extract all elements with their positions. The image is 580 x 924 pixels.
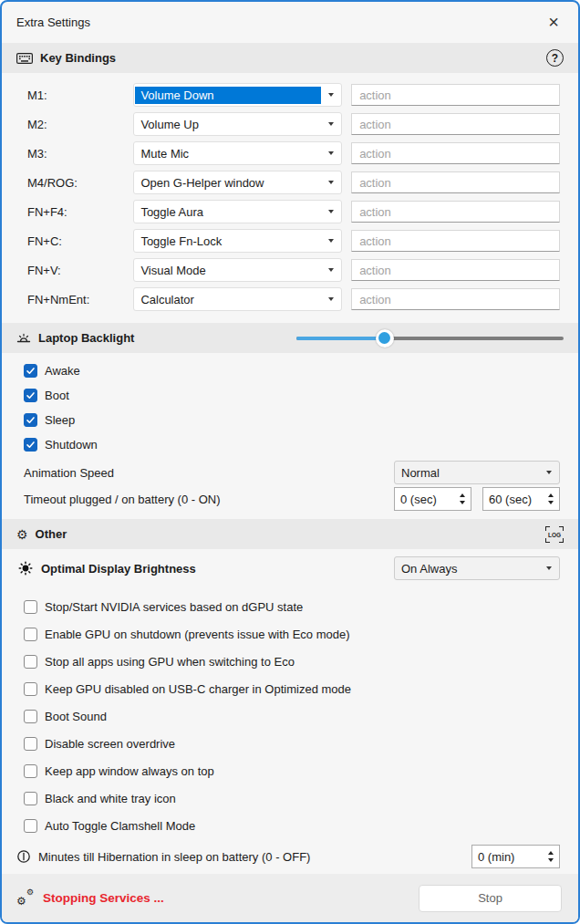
stop-button[interactable]: Stop: [419, 885, 562, 912]
close-icon[interactable]: ×: [538, 7, 569, 38]
checkbox-label: Sleep: [45, 413, 75, 427]
key-binding-row: FN+C: Toggle Fn-Lock: [27, 226, 560, 255]
key-binding-dropdown[interactable]: Toggle Fn-Lock: [133, 229, 342, 253]
key-binding-action-input[interactable]: [351, 288, 560, 310]
checkmark-icon: [26, 366, 36, 376]
hibernation-value[interactable]: 0 (min): [472, 850, 544, 864]
animation-speed-dropdown[interactable]: Normal: [394, 461, 560, 484]
checkbox-row: Disable screen overdrive: [24, 730, 578, 757]
key-binding-dropdown[interactable]: Toggle Aura: [133, 200, 342, 223]
brightness-label: Optimal Display Brightness: [41, 562, 196, 576]
checkbox[interactable]: [24, 737, 37, 751]
key-binding-dropdown[interactable]: Calculator: [133, 287, 342, 311]
chevron-down-icon: [321, 239, 341, 243]
checkbox[interactable]: [24, 628, 37, 641]
animation-speed-row: Animation Speed Normal: [2, 459, 578, 486]
checkmark-icon: [26, 440, 36, 450]
key-binding-action-input[interactable]: [351, 84, 560, 106]
key-binding-row: FN+F4: Toggle Aura: [27, 197, 560, 226]
gear-icon: ⚙: [16, 528, 28, 541]
key-binding-dropdown[interactable]: Volume Up: [133, 112, 342, 136]
checkbox-label: Shutdown: [45, 438, 98, 452]
key-binding-dropdown[interactable]: Open G-Helper window: [133, 171, 342, 194]
timeout-battery-value[interactable]: 60 (sec): [483, 493, 544, 506]
checkbox-label: Boot Sound: [45, 710, 107, 723]
extra-settings-window: Extra Settings × Key Bindings ? M1: Volu…: [0, 0, 580, 924]
power-icon: [16, 849, 31, 864]
checkbox[interactable]: [24, 438, 37, 452]
checkbox[interactable]: [24, 413, 37, 427]
hibernation-spinner[interactable]: 0 (min): [471, 845, 560, 868]
timeout-battery-spinner[interactable]: 60 (sec): [482, 487, 560, 511]
key-binding-dropdown-value: Mute Mic: [135, 145, 321, 162]
chevron-down-icon: [321, 151, 341, 155]
key-binding-dropdown-value: Volume Up: [135, 116, 321, 133]
checkbox-row: Awake: [24, 358, 578, 383]
checkbox-row: Stop/Start NVIDIA services based on dGPU…: [24, 593, 578, 620]
checkbox-label: Black and white tray icon: [45, 792, 176, 805]
checkbox[interactable]: [24, 389, 37, 402]
checkbox-label: Disable screen overdrive: [45, 737, 175, 751]
chevron-down-icon: [539, 471, 559, 474]
key-binding-dropdown[interactable]: Volume Down: [133, 83, 342, 107]
checkbox[interactable]: [24, 655, 37, 669]
section-header-laptop-backlight: Laptop Backlight: [2, 323, 578, 353]
key-binding-label: M3:: [27, 147, 133, 161]
hibernation-label: Minutes till Hibernation in sleep on bat…: [38, 850, 310, 864]
key-binding-action-input[interactable]: [351, 113, 560, 135]
footer: ⚙ ⚙ Stopping Services ... Stop: [2, 874, 578, 922]
brightness-dropdown[interactable]: On Always: [394, 556, 560, 580]
key-binding-action-input[interactable]: [351, 201, 560, 223]
key-binding-action-input[interactable]: [351, 171, 560, 193]
checkbox-row: Boot: [24, 383, 578, 408]
spin-up-icon[interactable]: [548, 493, 554, 497]
checkbox[interactable]: [24, 710, 37, 723]
slider-thumb[interactable]: [376, 329, 394, 348]
key-binding-dropdown-value: Toggle Fn-Lock: [135, 233, 321, 250]
spin-up-icon[interactable]: [548, 851, 554, 855]
key-binding-action-input[interactable]: [351, 142, 560, 164]
hibernation-row: Minutes till Hibernation in sleep on bat…: [2, 841, 578, 872]
backlight-checkbox-list: Awake Boot Sleep: [2, 353, 578, 457]
key-binding-dropdown[interactable]: Visual Mode: [133, 258, 342, 282]
hibernation-spinner-group: 0 (min): [471, 845, 560, 868]
key-binding-dropdown[interactable]: Mute Mic: [133, 141, 342, 165]
backlight-slider[interactable]: [296, 329, 564, 348]
key-binding-row: FN+V: Visual Mode: [27, 255, 560, 285]
checkbox[interactable]: [24, 792, 37, 805]
checkbox-row: Black and white tray icon: [24, 784, 578, 812]
timeout-plugged-value[interactable]: 0 (sec): [395, 493, 456, 506]
chevron-down-icon: [321, 297, 341, 301]
key-binding-label: FN+F4:: [27, 205, 133, 219]
checkbox[interactable]: [24, 600, 37, 614]
key-binding-row: M4/ROG: Open G-Helper window: [27, 168, 560, 197]
checkbox-row: Enable GPU on shutdown (prevents issue w…: [24, 620, 578, 648]
checkbox[interactable]: [24, 764, 37, 778]
checkbox-label: Awake: [45, 364, 80, 378]
checkbox-row: Sleep: [24, 408, 578, 432]
spin-down-icon[interactable]: [460, 501, 465, 504]
key-binding-label: FN+V:: [27, 264, 133, 277]
spin-down-icon[interactable]: [548, 501, 554, 504]
spin-up-icon[interactable]: [460, 493, 465, 497]
status-text: Stopping Services ...: [43, 891, 164, 905]
checkbox[interactable]: [24, 682, 37, 696]
key-binding-dropdown-value: Volume Down: [135, 87, 321, 104]
section-header-key-bindings: Key Bindings ?: [2, 43, 578, 73]
spin-down-icon[interactable]: [548, 858, 554, 862]
key-binding-action-input[interactable]: [351, 230, 560, 252]
checkbox[interactable]: [24, 819, 37, 833]
key-binding-label: FN+C:: [27, 234, 133, 248]
timeout-plugged-spinner[interactable]: 0 (sec): [394, 487, 471, 511]
key-binding-label: M1:: [27, 88, 133, 102]
log-icon[interactable]: LOG: [545, 526, 564, 543]
help-icon[interactable]: ?: [546, 49, 564, 67]
key-binding-action-input[interactable]: [351, 259, 560, 281]
key-binding-label: M4/ROG:: [27, 176, 133, 190]
section-header-other: ⚙ Other LOG: [2, 519, 578, 549]
checkbox[interactable]: [24, 364, 37, 378]
other-checkbox-list: Stop/Start NVIDIA services based on dGPU…: [2, 587, 578, 839]
timeout-spinners: 0 (sec) 60 (sec): [394, 487, 560, 511]
timeout-label: Timeout plugged / on battery (0 - ON): [24, 493, 221, 506]
checkbox-row: Keep GPU disabled on USB-C charger in Op…: [24, 675, 578, 702]
